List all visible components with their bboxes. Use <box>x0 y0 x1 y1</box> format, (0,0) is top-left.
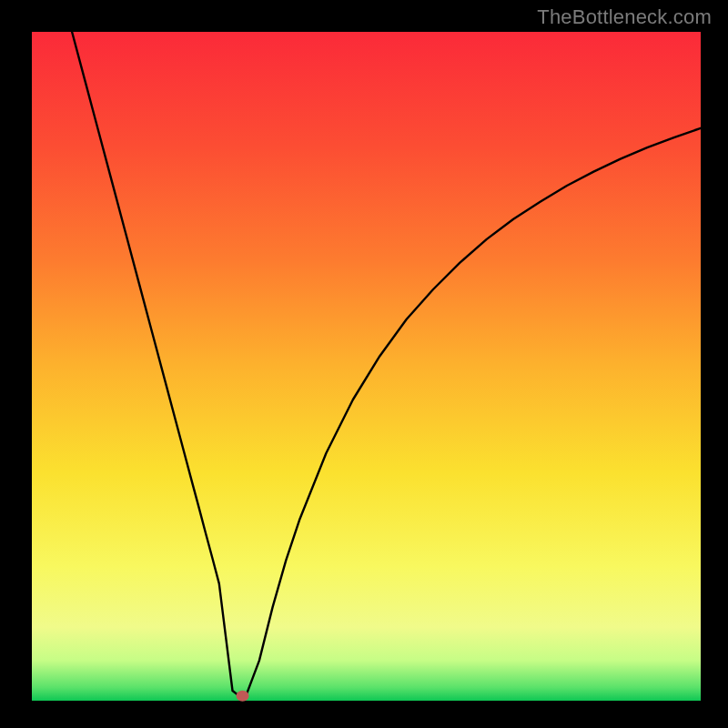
watermark-text: TheBottleneck.com <box>537 5 712 29</box>
chart-frame: TheBottleneck.com <box>0 0 728 728</box>
curve-layer <box>32 32 701 701</box>
plot-area <box>32 32 701 701</box>
bottleneck-curve-path <box>72 32 701 696</box>
optimal-point-marker <box>237 691 249 702</box>
